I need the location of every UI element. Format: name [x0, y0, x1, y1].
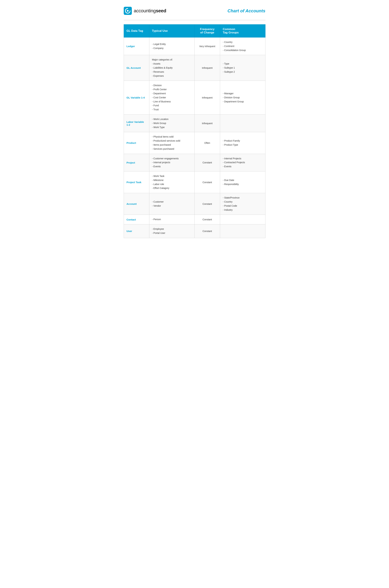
- cell-tag-label: GL Account: [124, 55, 149, 81]
- cell-tag-label: GL Variable 1-4: [124, 81, 149, 114]
- cell-tag-label: Account: [124, 193, 149, 215]
- logo-text: accountingseed: [134, 8, 166, 13]
- cell-typical-use: - Physical items sold - Productized serv…: [149, 132, 194, 154]
- cell-frequency: Infrequent: [194, 114, 220, 132]
- col-header-typical-use: Typical Use: [149, 25, 194, 37]
- gl-data-tag-table: GL Data Tag Typical Use Frequencyof Chan…: [124, 24, 265, 238]
- cell-tag-groups: [220, 215, 265, 224]
- cell-frequency: Often: [194, 132, 220, 154]
- cell-tag-label: Labor Variable 1-2: [124, 114, 149, 132]
- cell-typical-use: - Person: [149, 215, 194, 224]
- cell-tag-groups: - State/Province - Country - Postal Code…: [220, 193, 265, 215]
- cell-tag-groups: - Manager - Division Group - Department …: [220, 81, 265, 114]
- table-row: GL AccountMajor categories of: - Assets …: [124, 55, 265, 81]
- cell-frequency: Infrequent: [194, 81, 220, 114]
- cell-tag-label: Project: [124, 154, 149, 171]
- chart-title: Chart of Accounts: [227, 8, 265, 13]
- table-row: Contact- PersonConstant: [124, 215, 265, 224]
- cell-tag-label: Ledger: [124, 37, 149, 55]
- logo-area: accountingseed: [124, 7, 166, 15]
- table-row: Ledger- Legal Entity - CompanyVery Infre…: [124, 37, 265, 55]
- cell-typical-use: Major categories of: - Assets - Liabilit…: [149, 55, 194, 81]
- table-row: GL Variable 1-4- Division - Profit Cente…: [124, 81, 265, 114]
- table-row: Project- Customer engagements - Internal…: [124, 154, 265, 171]
- cell-frequency: Constant: [194, 154, 220, 171]
- cell-frequency: Infrequent: [194, 55, 220, 81]
- header-divider: [124, 20, 265, 20]
- cell-frequency: Very Infrequent: [194, 37, 220, 55]
- cell-typical-use: - Work Task - Milestone - Labor role - E…: [149, 171, 194, 193]
- col-header-frequency: Frequencyof Change: [194, 25, 220, 37]
- logo-icon: [124, 7, 132, 15]
- cell-typical-use: - Division - Profit Center - Department …: [149, 81, 194, 114]
- cell-typical-use: - Work Location - Work Group - Work Type: [149, 114, 194, 132]
- cell-typical-use: - Employee - Portal User: [149, 224, 194, 238]
- cell-tag-groups: [220, 224, 265, 238]
- cell-tag-groups: - Due Date - Responsibility: [220, 171, 265, 193]
- cell-tag-groups: [220, 114, 265, 132]
- cell-typical-use: - Customer - Vendor: [149, 193, 194, 215]
- cell-tag-groups: - Internal Projects - Contracted Project…: [220, 154, 265, 171]
- cell-tag-groups: - Type - Subtype 1 - Subtype 2: [220, 55, 265, 81]
- table-header-row: GL Data Tag Typical Use Frequencyof Chan…: [124, 25, 265, 37]
- page-header: accountingseed Chart of Accounts: [124, 7, 265, 15]
- cell-typical-use: - Legal Entity - Company: [149, 37, 194, 55]
- cell-typical-use: - Customer engagements - Internal projec…: [149, 154, 194, 171]
- table-row: Project Task- Work Task - Milestone - La…: [124, 171, 265, 193]
- cell-tag-groups: - Product Family - Product Type: [220, 132, 265, 154]
- table-row: Account- Customer - VendorConstant- Stat…: [124, 193, 265, 215]
- col-header-common-tag-groups: CommonTag Groups: [220, 25, 265, 37]
- cell-tag-label: Product: [124, 132, 149, 154]
- cell-tag-groups: - Country - Continent - Consolidation Gr…: [220, 37, 265, 55]
- table-row: Labor Variable 1-2- Work Location - Work…: [124, 114, 265, 132]
- table-row: User- Employee - Portal UserConstant: [124, 224, 265, 238]
- cell-tag-label: User: [124, 224, 149, 238]
- svg-point-1: [127, 10, 129, 12]
- table-row: Product- Physical items sold - Productiz…: [124, 132, 265, 154]
- col-header-gl-data-tag: GL Data Tag: [124, 25, 149, 37]
- cell-frequency: Constant: [194, 215, 220, 224]
- cell-frequency: Constant: [194, 224, 220, 238]
- cell-frequency: Constant: [194, 171, 220, 193]
- cell-tag-label: Project Task: [124, 171, 149, 193]
- cell-frequency: Constant: [194, 193, 220, 215]
- cell-tag-label: Contact: [124, 215, 149, 224]
